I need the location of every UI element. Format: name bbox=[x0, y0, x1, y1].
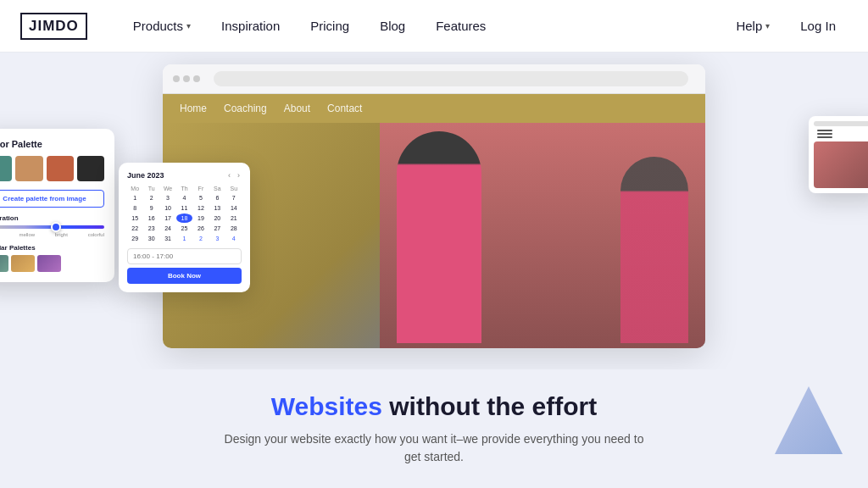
hero-subtext: Design your website exactly how you want… bbox=[222, 430, 646, 466]
cal-day[interactable]: 9 bbox=[143, 203, 159, 213]
browser-bar bbox=[163, 64, 705, 94]
swatch-tan bbox=[15, 156, 42, 181]
nav-blog[interactable]: Blog bbox=[368, 14, 417, 38]
browser-dot-red bbox=[173, 75, 180, 82]
nav-right: Help ▾ Log In bbox=[724, 14, 848, 38]
saturation-bright: bright bbox=[55, 232, 68, 237]
headline-highlight: Websites bbox=[271, 392, 382, 420]
saturation-scale: muted mellow bright colorful bbox=[0, 232, 104, 237]
palette-title: Color Palette bbox=[0, 139, 104, 149]
nav-products[interactable]: Products ▾ bbox=[121, 14, 203, 38]
calendar-navigation: ‹ › bbox=[226, 171, 242, 180]
similar-swatch-1 bbox=[0, 255, 8, 272]
book-now-button[interactable]: Book Now bbox=[127, 268, 242, 284]
woman-figure-1 bbox=[397, 131, 481, 343]
cal-day[interactable]: 23 bbox=[143, 224, 159, 233]
swatch-teal bbox=[0, 156, 12, 181]
create-palette-button[interactable]: Create palette from image bbox=[0, 190, 104, 208]
hero-headline: Websites without the effort bbox=[271, 391, 597, 422]
cal-day[interactable]: 13 bbox=[209, 203, 225, 213]
calendar-grid: Mo Tu We Th Fr Sa Su 1 2 3 4 5 6 7 8 9 1… bbox=[127, 185, 242, 243]
similar-swatches bbox=[0, 255, 104, 272]
hero-section: Home Coaching About Contact Color Palett… bbox=[0, 53, 868, 488]
cal-day[interactable]: 12 bbox=[193, 203, 209, 213]
cal-day[interactable]: 1 bbox=[127, 193, 142, 202]
calendar-prev-button[interactable]: ‹ bbox=[226, 171, 232, 180]
hamburger-icon[interactable] bbox=[817, 130, 832, 138]
logo[interactable]: JIMDO bbox=[20, 13, 87, 40]
cal-day[interactable]: 14 bbox=[226, 203, 242, 213]
cal-day[interactable]: 6 bbox=[209, 193, 225, 202]
cal-day-other-month[interactable]: 1 bbox=[176, 234, 192, 243]
cal-day[interactable]: 27 bbox=[209, 224, 225, 233]
calendar-widget: June 2023 ‹ › Mo Tu We Th Fr Sa Su 1 2 3… bbox=[119, 163, 250, 292]
color-palette-widget: Color Palette Create palette from image … bbox=[0, 129, 114, 282]
cal-day[interactable]: 21 bbox=[226, 214, 242, 223]
nav-help[interactable]: Help ▾ bbox=[724, 14, 782, 38]
browser-dots bbox=[173, 75, 200, 82]
chevron-down-icon: ▾ bbox=[186, 21, 191, 30]
cal-day[interactable]: 17 bbox=[160, 214, 175, 223]
nav-login[interactable]: Log In bbox=[788, 14, 848, 38]
similar-swatch-3 bbox=[37, 255, 61, 272]
woman-figure-2 bbox=[620, 157, 688, 343]
cal-day-other-month[interactable]: 4 bbox=[226, 234, 242, 243]
calendar-header: June 2023 ‹ › bbox=[127, 171, 242, 180]
cal-day[interactable]: 15 bbox=[127, 214, 142, 223]
palette-swatches bbox=[0, 156, 104, 181]
navbar: JIMDO Products ▾ Inspiration Pricing Blo… bbox=[0, 0, 868, 53]
cal-day[interactable]: 10 bbox=[160, 203, 175, 213]
calendar-month: June 2023 bbox=[127, 171, 164, 180]
cal-day[interactable]: 3 bbox=[160, 193, 175, 202]
mobile-mockup bbox=[809, 116, 868, 193]
cal-day[interactable]: 22 bbox=[127, 224, 142, 233]
mobile-hero-photo bbox=[814, 141, 868, 188]
time-input[interactable] bbox=[127, 248, 242, 264]
cal-day-today[interactable]: 18 bbox=[176, 214, 192, 223]
similar-palettes-title: Similar Palettes bbox=[0, 244, 104, 252]
hero-text-section: Websites without the effort Design your … bbox=[0, 369, 868, 488]
browser-url-bar bbox=[214, 71, 688, 86]
nav-features[interactable]: Features bbox=[424, 14, 498, 38]
cal-day[interactable]: 25 bbox=[176, 224, 192, 233]
saturation-thumb[interactable] bbox=[51, 222, 61, 232]
site-nav-about[interactable]: About bbox=[284, 103, 310, 114]
nav-pricing[interactable]: Pricing bbox=[298, 14, 361, 38]
swatch-dark bbox=[77, 156, 104, 181]
cal-day-other-month[interactable]: 2 bbox=[193, 234, 209, 243]
saturation-label: Saturation bbox=[0, 214, 104, 222]
cal-day[interactable]: 4 bbox=[176, 193, 192, 202]
cal-day[interactable]: 5 bbox=[193, 193, 209, 202]
cal-day[interactable]: 20 bbox=[209, 214, 225, 223]
site-nav-coaching[interactable]: Coaching bbox=[224, 103, 267, 114]
cal-day[interactable]: 30 bbox=[143, 234, 159, 243]
cal-day[interactable]: 29 bbox=[127, 234, 142, 243]
cal-day[interactable]: 16 bbox=[143, 214, 159, 223]
browser-dot-yellow bbox=[183, 75, 190, 82]
cal-day[interactable]: 11 bbox=[176, 203, 192, 213]
cal-day[interactable]: 28 bbox=[226, 224, 242, 233]
saturation-colorful: colorful bbox=[88, 232, 104, 237]
cal-day[interactable]: 24 bbox=[160, 224, 175, 233]
cal-day[interactable]: 31 bbox=[160, 234, 175, 243]
headline-rest: without the effort bbox=[382, 392, 597, 420]
cal-day[interactable]: 8 bbox=[127, 203, 142, 213]
site-nav-contact[interactable]: Contact bbox=[327, 103, 362, 114]
cal-day[interactable]: 2 bbox=[143, 193, 159, 202]
saturation-slider[interactable] bbox=[0, 225, 104, 229]
cal-day[interactable]: 19 bbox=[193, 214, 209, 223]
chevron-down-icon: ▾ bbox=[765, 21, 770, 30]
cal-day[interactable]: 7 bbox=[226, 193, 242, 202]
nav-inspiration[interactable]: Inspiration bbox=[209, 14, 292, 38]
similar-swatch-2 bbox=[11, 255, 35, 272]
site-navbar: Home Coaching About Contact bbox=[163, 94, 705, 123]
swatch-rust bbox=[47, 156, 74, 181]
mobile-top-bar bbox=[814, 121, 868, 126]
site-nav-home[interactable]: Home bbox=[180, 103, 207, 114]
hero-photo bbox=[380, 123, 705, 348]
cal-day[interactable]: 26 bbox=[193, 224, 209, 233]
nav-links: Products ▾ Inspiration Pricing Blog Feat… bbox=[121, 14, 725, 38]
calendar-next-button[interactable]: › bbox=[236, 171, 242, 180]
saturation-mellow: mellow bbox=[19, 232, 35, 237]
cal-day-other-month[interactable]: 3 bbox=[209, 234, 225, 243]
